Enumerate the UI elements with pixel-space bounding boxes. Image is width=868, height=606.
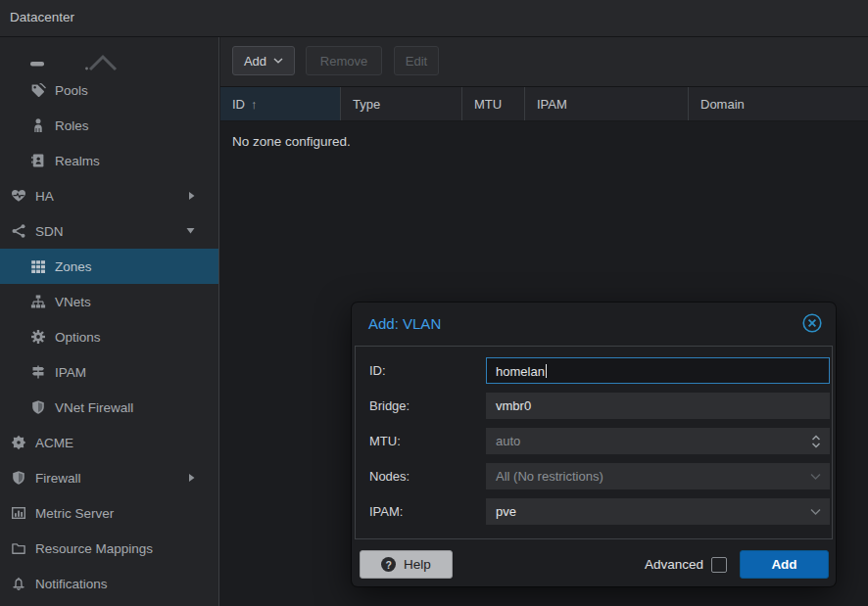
add-button[interactable]: Add [232,46,295,75]
caret-right-icon [189,474,195,483]
sidebar-item-roles[interactable]: Roles [0,108,218,143]
sitemap-icon [29,294,46,310]
sidebar-items: Pools Roles Realms HA [0,72,218,601]
sidebar-item-label: Realms [55,154,100,168]
sidebar-tree: Pools Roles Realms HA [0,37,219,606]
bridge-input-value: vmbr0 [496,398,531,413]
column-header-mtu[interactable]: MTU [462,87,525,120]
sidebar-item-notifications[interactable]: Notifications [0,566,218,601]
sidebar-item-label: ACME [35,436,73,450]
bar-chart-icon [10,505,26,522]
dialog-title: Add: VLAN [368,315,441,332]
column-header-ipam[interactable]: IPAM [525,87,689,120]
scrolled-partial-item[interactable] [0,45,147,74]
sidebar-item-label: HA [35,189,54,204]
sidebar-item-realms[interactable]: Realms [0,143,218,178]
column-label: MTU [474,97,502,112]
dialog-footer: ? Help Advanced Add [355,539,833,586]
certificate-icon [10,435,26,451]
sidebar-item-pools[interactable]: Pools [0,72,218,108]
column-header-domain[interactable]: Domain [689,87,868,120]
tag-icon [29,82,46,99]
chevron-down-icon[interactable] [810,508,821,515]
dialog-body: ID: homelan Bridge: vmbr0 MTU: auto Node… [355,346,833,539]
id-input-value: homelan [496,364,545,379]
sidebar-item-options[interactable]: Options [0,319,218,354]
sidebar-item-label: Resource Mappings [35,541,153,556]
sidebar-item-label: Metric Server [35,506,114,521]
dialog-add-button[interactable]: Add [740,550,829,579]
sidebar-item-label: VNet Firewall [55,400,133,415]
chevron-down-icon [273,58,283,64]
text-cursor [546,364,548,378]
sidebar-item-acme[interactable]: ACME [0,425,218,460]
add-button-label: Add [244,54,266,69]
proxmox-app: Datacenter Pools Roles [0,0,868,606]
sidebar-item-zones[interactable]: Zones [0,249,218,284]
remove-button[interactable]: Remove [306,46,382,75]
spinner-up-down-icon[interactable] [811,434,821,449]
id-input[interactable]: homelan [486,357,830,384]
sidebar-item-firewall[interactable]: Firewall [0,460,218,495]
sidebar-item-ha[interactable]: HA [0,178,218,213]
grid-icon [29,258,46,275]
sidebar-item-label: VNets [55,295,91,309]
caret-down-icon [186,228,195,234]
map-signs-icon [29,364,46,381]
heartbeat-icon [10,188,26,205]
mtu-spinner[interactable]: auto [486,428,830,454]
add-vlan-dialog: Add: VLAN ID: homelan Bridge: vmbr0 MTU:… [352,303,836,586]
mtu-value: auto [496,434,520,448]
help-button-label: Help [404,557,431,572]
top-bar: Datacenter [0,0,868,37]
column-header-id[interactable]: ID ↑ [220,87,341,120]
empty-table-message: No zone configured. [232,134,351,149]
nodes-select[interactable]: All (No restrictions) [486,463,830,489]
bell-icon [10,576,26,592]
nodes-value: All (No restrictions) [496,469,603,484]
chevron-down-icon[interactable] [810,473,821,480]
footer-actions: Advanced Add [645,550,829,579]
zones-toolbar: Add Remove Edit [220,37,868,86]
bridge-input[interactable]: vmbr0 [486,393,830,419]
sidebar-item-label: Firewall [35,471,81,486]
sidebar-item-label: Roles [55,118,89,133]
advanced-label: Advanced [645,557,703,572]
user-icon [29,117,46,134]
sidebar-item-label: Options [55,330,101,345]
sidebar-item-metric-server[interactable]: Metric Server [0,495,218,531]
caret-right-icon [189,192,195,201]
sidebar-item-label: Pools [55,83,88,98]
shield-icon [10,470,26,487]
ipam-field-label: IPAM: [369,498,477,525]
question-mark-icon: ? [381,557,396,572]
sidebar-item-label: SDN [35,224,64,239]
sidebar-item-label: Notifications [35,577,108,591]
shield-icon [29,399,46,416]
edit-button-label: Edit [406,54,427,69]
remove-button-label: Remove [320,54,367,69]
nodes-field-label: Nodes: [369,463,477,489]
column-header-type[interactable]: Type [341,87,462,120]
sidebar-item-vnet-firewall[interactable]: VNet Firewall [0,390,218,425]
edit-button[interactable]: Edit [394,46,439,75]
sidebar-item-sdn[interactable]: SDN [0,213,218,249]
mtu-field-label: MTU: [369,428,477,454]
id-field-label: ID: [369,357,477,384]
column-label: Domain [700,97,745,112]
close-icon[interactable] [801,312,823,334]
ipam-select[interactable]: pve [486,498,830,525]
column-label: IPAM [537,97,567,112]
zones-table-header: ID ↑ Type MTU IPAM Domain [220,86,868,121]
sidebar-item-label: Zones [55,259,92,274]
sidebar-item-ipam[interactable]: IPAM [0,354,218,390]
sidebar-item-resource-mappings[interactable]: Resource Mappings [0,531,218,566]
column-label: ID [232,97,245,112]
sidebar-item-label: IPAM [55,365,86,380]
help-button[interactable]: ? Help [360,550,453,579]
advanced-checkbox[interactable] [711,557,727,573]
share-nodes-icon [10,223,26,240]
folder-icon [10,540,26,557]
sort-ascending-icon: ↑ [251,97,258,112]
sidebar-item-vnets[interactable]: VNets [0,284,218,319]
